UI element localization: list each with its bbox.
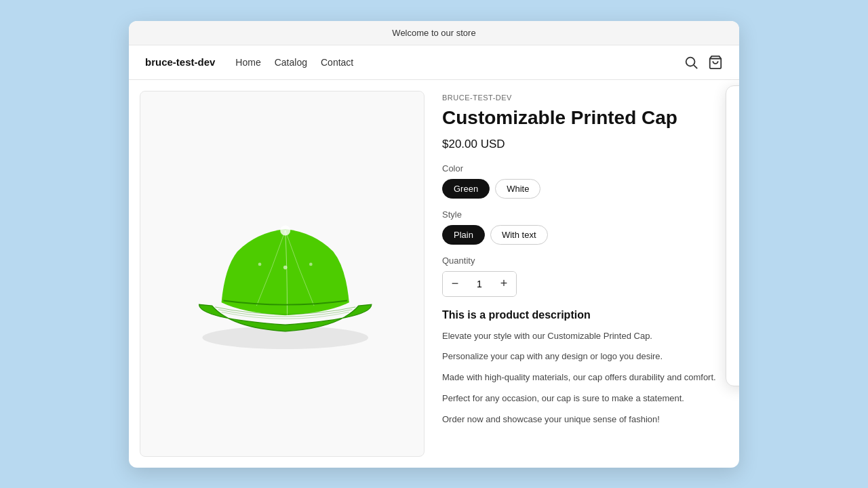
svg-point-4 <box>280 225 290 235</box>
product-brand: BRUCE-TEST-DEV <box>442 94 728 102</box>
color-label: Color <box>442 163 728 174</box>
style-btn-plain[interactable]: Plain <box>442 225 485 245</box>
svg-point-7 <box>309 262 313 266</box>
product-price: $20.00 USD <box>442 138 728 151</box>
product-desc-heading: This is a product description <box>442 309 728 321</box>
product-image <box>174 186 391 362</box>
announcement-text: Welcome to our store <box>392 28 475 38</box>
svg-point-5 <box>283 265 288 269</box>
header-icons <box>684 55 723 70</box>
product-title: Customizable Printed Cap <box>442 106 728 129</box>
nav-catalog[interactable]: Catalog <box>275 57 307 68</box>
svg-point-0 <box>686 57 695 66</box>
color-options: Green White <box>442 179 728 199</box>
color-btn-white[interactable]: White <box>495 179 540 199</box>
style-options: Plain With text <box>442 225 728 245</box>
nav-contact[interactable]: Contact <box>321 57 353 68</box>
nav-home[interactable]: Home <box>235 57 260 68</box>
popup-card: BRUCE-TEST-DEV Customizable Printed Cap … <box>726 85 739 386</box>
quantity-control: − 1 + <box>442 271 517 297</box>
main-content: BRUCE-TEST-DEV Customizable Printed Cap … <box>129 80 739 468</box>
product-desc-para-5: Order now and showcase your unique sense… <box>442 413 728 427</box>
browser-window: Welcome to our store bruce-test-dev Home… <box>129 21 739 468</box>
product-desc-para-4: Perfect for any occasion, our cap is sur… <box>442 392 728 406</box>
style-label: Style <box>442 209 728 220</box>
svg-line-1 <box>694 65 697 68</box>
product-desc-para-1: Elevate your style with our Customizable… <box>442 329 728 344</box>
color-btn-green[interactable]: Green <box>442 179 490 199</box>
quantity-label: Quantity <box>442 256 728 266</box>
style-btn-with-text[interactable]: With text <box>490 225 548 245</box>
quantity-value: 1 <box>467 279 492 289</box>
announcement-bar: Welcome to our store <box>129 21 739 45</box>
product-details: BRUCE-TEST-DEV Customizable Printed Cap … <box>435 80 739 468</box>
quantity-increase-button[interactable]: + <box>492 272 516 296</box>
search-icon[interactable] <box>684 55 698 70</box>
svg-point-6 <box>258 262 262 266</box>
product-desc-para-3: Made with high-quality materials, our ca… <box>442 371 728 385</box>
cart-icon[interactable] <box>708 55 723 70</box>
product-desc-para-2: Personalize your cap with any design or … <box>442 350 728 364</box>
quantity-decrease-button[interactable]: − <box>443 272 467 296</box>
main-nav: Home Catalog Contact <box>235 57 684 68</box>
site-logo[interactable]: bruce-test-dev <box>145 56 215 68</box>
header: bruce-test-dev Home Catalog Contact <box>129 45 739 80</box>
product-image-area <box>140 91 425 457</box>
